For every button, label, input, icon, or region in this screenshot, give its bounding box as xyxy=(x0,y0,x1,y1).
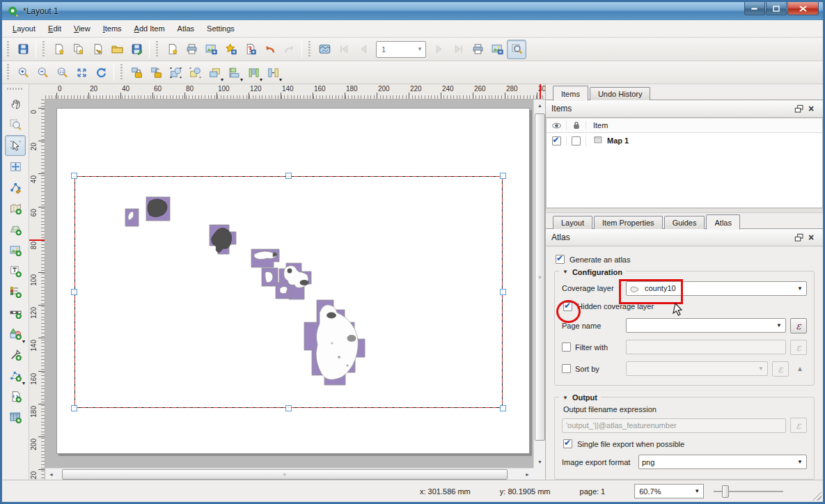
canvas-horizontal-scrollbar[interactable]: ◄ ≡ ► xyxy=(45,468,533,480)
lock-items-button[interactable] xyxy=(127,63,146,82)
zoom-in-button[interactable] xyxy=(13,63,33,82)
props-tab-item-properties[interactable]: Item Properties xyxy=(594,216,663,229)
zoom-slider-knob[interactable] xyxy=(722,485,729,498)
toolbar-grip[interactable] xyxy=(155,41,160,58)
toolbar-grip[interactable] xyxy=(7,86,24,91)
float-panel-icon[interactable] xyxy=(792,102,805,115)
lock-checkbox[interactable] xyxy=(572,136,581,145)
props-tab-atlas[interactable]: Atlas xyxy=(706,214,739,230)
filename-expression-button[interactable]: ε xyxy=(790,418,807,433)
zoom-actual-button[interactable]: 1:1 xyxy=(52,63,72,82)
dock-splitter[interactable] xyxy=(546,208,823,213)
layout-manager-button[interactable] xyxy=(88,40,107,59)
menu-items[interactable]: Items xyxy=(97,22,128,36)
refresh-view-button[interactable] xyxy=(91,63,111,82)
image-format-combo[interactable]: png ▼ xyxy=(638,455,807,469)
visibility-checkbox[interactable] xyxy=(552,136,561,145)
menu-atlas[interactable]: Atlas xyxy=(171,22,201,36)
resize-handle-w[interactable] xyxy=(71,289,77,295)
next-feature-button[interactable] xyxy=(429,40,448,59)
distribute-items-button[interactable]: ▾ xyxy=(244,63,263,82)
menu-layout[interactable]: Layout xyxy=(6,22,42,36)
title-bar[interactable]: *Layout 1 xyxy=(2,2,823,20)
previous-feature-button[interactable] xyxy=(354,40,373,59)
configuration-group-header[interactable]: ▼ Configuration xyxy=(559,268,626,276)
float-panel-icon[interactable] xyxy=(792,231,805,244)
resize-handle-ne[interactable] xyxy=(500,173,506,179)
new-layout-button[interactable] xyxy=(49,40,68,59)
add-node-item-button[interactable]: ▾ xyxy=(5,365,26,386)
sort-by-checkbox[interactable] xyxy=(562,364,571,373)
props-tab-layout[interactable]: Layout xyxy=(553,216,592,229)
duplicate-layout-button[interactable] xyxy=(68,40,88,59)
open-template-button[interactable] xyxy=(107,40,127,59)
export-svg-button[interactable] xyxy=(221,40,240,59)
edit-nodes-item-button[interactable] xyxy=(5,177,26,198)
first-feature-button[interactable] xyxy=(334,40,354,59)
unlock-items-button[interactable] xyxy=(146,63,166,82)
preview-atlas-button[interactable] xyxy=(315,40,334,59)
pan-button[interactable] xyxy=(5,93,26,114)
resize-handle-nw[interactable] xyxy=(71,173,77,179)
sort-expression-button[interactable]: ε xyxy=(772,361,789,377)
move-item-content-button[interactable] xyxy=(5,156,26,177)
add-picture-button[interactable] xyxy=(5,239,26,260)
props-tab-guides[interactable]: Guides xyxy=(664,216,705,229)
generate-atlas-checkbox[interactable] xyxy=(556,255,565,264)
dock-tab-items[interactable]: Items xyxy=(553,86,588,101)
minimize-button[interactable] xyxy=(744,2,765,15)
map-item[interactable] xyxy=(74,176,503,408)
add-shape-button[interactable]: ▾ xyxy=(5,323,26,344)
filter-with-input[interactable] xyxy=(626,340,786,354)
dock-tab-undo-history[interactable]: Undo History xyxy=(590,87,651,100)
scroll-left-icon[interactable]: ◄ xyxy=(45,468,57,480)
close-button[interactable] xyxy=(787,2,819,15)
print-atlas-button[interactable] xyxy=(468,40,487,59)
maximize-button[interactable] xyxy=(766,2,787,15)
print-layout-button[interactable] xyxy=(182,40,201,59)
zoom-full-button[interactable] xyxy=(72,63,91,82)
scroll-right-icon[interactable]: ► xyxy=(521,468,533,480)
page-name-expression-button[interactable]: ε xyxy=(790,318,807,333)
save-project-button[interactable] xyxy=(13,40,33,59)
ungroup-items-button[interactable] xyxy=(185,63,205,82)
last-feature-button[interactable] xyxy=(448,40,468,59)
toolbar-grip[interactable] xyxy=(119,64,125,81)
resize-handle-s[interactable] xyxy=(285,405,292,411)
add-arrow-button[interactable] xyxy=(5,344,26,365)
toolbar-grip[interactable] xyxy=(307,41,313,58)
menu-edit[interactable]: Edit xyxy=(42,22,68,36)
resize-handle-e[interactable] xyxy=(500,289,506,295)
items-list-row-map1[interactable]: Map 1 xyxy=(547,133,822,148)
save-as-template-button[interactable] xyxy=(127,40,146,59)
new-from-template-button[interactable] xyxy=(162,40,182,59)
menu-settings[interactable]: Settings xyxy=(201,22,241,36)
add-html-button[interactable] xyxy=(5,386,26,407)
add-attribute-table-button[interactable] xyxy=(5,407,26,427)
resize-handle-se[interactable] xyxy=(500,405,506,411)
page-name-combo[interactable]: ▼ xyxy=(626,318,786,333)
menu-add-item[interactable]: Add Item xyxy=(128,22,171,36)
horizontal-scroll-thumb[interactable]: ≡ xyxy=(62,469,508,480)
resize-handle-sw[interactable] xyxy=(71,405,77,411)
close-panel-icon[interactable]: × xyxy=(805,231,817,244)
add-label-button[interactable] xyxy=(5,260,26,281)
zoom-level-combo[interactable]: 60.7% ▼ xyxy=(634,484,704,498)
resize-items-button[interactable]: ▾ xyxy=(263,63,283,82)
filter-expression-button[interactable]: ε xyxy=(790,340,807,355)
add-3d-map-button[interactable] xyxy=(5,219,26,239)
output-filename-input[interactable]: 'output_'||@atlas_featurenumber xyxy=(562,418,786,433)
toolbar-grip[interactable] xyxy=(6,41,11,58)
redo-button[interactable] xyxy=(279,40,299,59)
zoom-out-button[interactable] xyxy=(33,63,52,82)
scroll-down-icon[interactable]: ▼ xyxy=(534,456,546,468)
add-legend-button[interactable] xyxy=(5,281,26,302)
single-file-checkbox[interactable] xyxy=(563,439,572,448)
layout-page[interactable] xyxy=(56,108,530,454)
menu-view[interactable]: View xyxy=(68,22,97,36)
canvas-vertical-scrollbar[interactable]: ▲ ≡ ▼ xyxy=(533,100,545,468)
vertical-scroll-thumb[interactable]: ≡ xyxy=(535,113,545,441)
raise-items-button[interactable]: ▾ xyxy=(205,63,224,82)
toolbar-grip[interactable] xyxy=(6,64,11,81)
export-image-button[interactable] xyxy=(201,40,221,59)
